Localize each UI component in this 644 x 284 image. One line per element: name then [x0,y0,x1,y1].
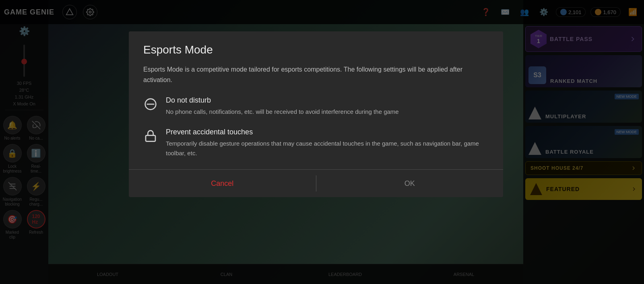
do-not-disturb-icon [143,97,158,111]
dialog-description: Esports Mode is a competitive mode tailo… [143,64,489,85]
feature-prevent-touches: Prevent accidental touches Temporarily d… [143,128,489,158]
do-not-disturb-text: Do not disturb No phone calls, notificat… [166,96,399,117]
ok-button[interactable]: OK [316,170,504,197]
prevent-touches-title: Prevent accidental touches [166,128,489,136]
dialog-buttons: Cancel OK [129,170,503,197]
dialog-content: Esports Mode Esports Mode is a competiti… [129,31,503,158]
do-not-disturb-desc: No phone calls, notifications, etc. will… [166,107,399,117]
do-not-disturb-title: Do not disturb [166,96,399,105]
svg-rect-6 [146,136,155,142]
esports-mode-dialog: Esports Mode Esports Mode is a competiti… [129,31,503,197]
prevent-touches-text: Prevent accidental touches Temporarily d… [166,128,489,158]
lock-icon [143,129,158,143]
prevent-touches-desc: Temporarily disable gesture operations t… [166,139,489,158]
dialog-title: Esports Mode [143,43,489,56]
cancel-button[interactable]: Cancel [129,170,316,197]
feature-do-not-disturb: Do not disturb No phone calls, notificat… [143,96,489,117]
